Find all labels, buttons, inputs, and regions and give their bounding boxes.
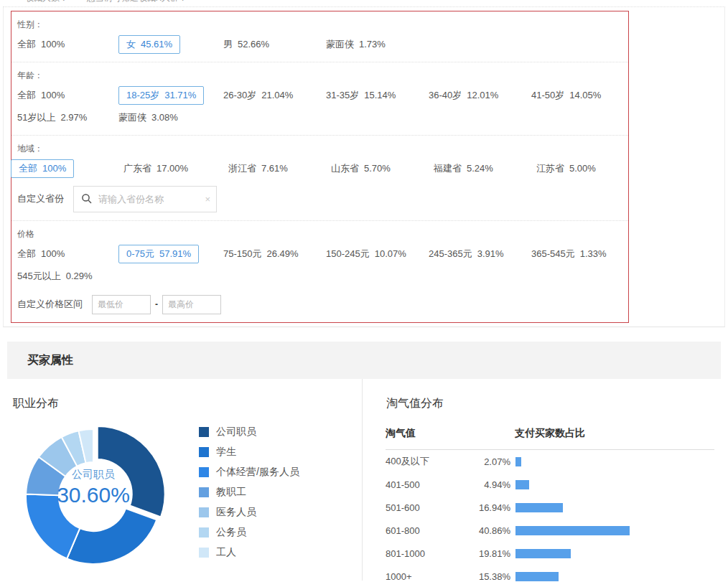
filter-option-age-51岁以上[interactable]: 51岁以上2.97% [17,112,87,123]
filter-slot: 江苏省5.00% [536,157,639,179]
taoqi-col-header-ratio: 支付买家数占比 [515,427,585,440]
legend-item-教职工[interactable]: 教职工 [199,482,299,502]
filter-option-value: 100% [41,39,65,50]
taoqi-percent-value: 15.38% [472,571,510,582]
legend-item-公务员[interactable]: 公务员 [199,522,299,543]
legend-item-个体经营/服务人员[interactable]: 个体经营/服务人员 [199,462,299,482]
filter-option-price-545元以上[interactable]: 545元以上0.29% [17,271,93,281]
custom-price-range-label: 自定义价格区间 [17,298,83,311]
taoqi-bar [515,503,563,512]
filter-option-gender-全部[interactable]: 全部100% [17,39,65,50]
filter-slot: 31-35岁15.14% [326,84,429,106]
filter-option-name: 36-40岁 [429,90,462,100]
legend-swatch [199,507,209,517]
filter-option-value: 5.70% [364,163,391,174]
collect-count-text: 收藏人数：您当前可筛选收藏X人群？ [25,0,206,4]
filter-section-price: 价格全部100%0-75元57.91%75-150元26.49%150-245元… [11,220,628,322]
donut-slice-个体经营/服务人员[interactable] [26,494,80,558]
filter-option-name: 545元以上 [17,271,61,281]
filter-option-name: 全部 [17,90,36,100]
occupation-donut-chart[interactable]: 公司职员 30.60% [10,413,177,580]
donut-slice-公司职员[interactable] [98,426,165,517]
filter-option-region-全部[interactable]: 全部100% [11,159,74,178]
filter-option-price-365-545元[interactable]: 365-545元1.33% [531,248,607,259]
filter-option-value: 100% [42,163,66,174]
legend-swatch [199,427,209,437]
selected-filters-outline: 性别：全部100%女45.61%男52.66%蒙面侠1.73%年龄：全部100%… [11,11,629,323]
legend-label: 个体经营/服务人员 [216,466,299,479]
filter-option-region-山东省[interactable]: 山东省5.70% [331,163,391,174]
legend-label: 工人 [216,546,236,559]
legend-swatch [199,527,209,538]
taoqi-range-label: 501-600 [386,502,472,513]
filter-option-age-36-40岁[interactable]: 36-40岁12.01% [429,90,498,100]
filter-option-gender-蒙面侠[interactable]: 蒙面侠1.73% [326,39,386,50]
buyer-attributes-title: 买家属性 [27,354,73,366]
filter-option-price-全部[interactable]: 全部100% [17,248,65,259]
filter-option-age-26-30岁[interactable]: 26-30岁21.04% [223,90,293,100]
filter-option-age-41-50岁[interactable]: 41-50岁14.05% [531,90,601,100]
legend-item-公司职员[interactable]: 公司职员 [199,422,299,442]
donut-slice-学生[interactable] [67,509,157,564]
legend-swatch [199,548,209,558]
occupation-chart-title: 职业分布 [13,396,362,411]
legend-item-医务人员[interactable]: 医务人员 [199,502,299,522]
filter-option-value: 2.97% [60,112,87,123]
clear-search-icon[interactable]: × [205,194,210,205]
filter-option-age-18-25岁[interactable]: 18-25岁31.71% [118,86,204,105]
filter-slot: 蒙面侠1.73% [326,33,429,55]
max-price-input[interactable] [162,295,221,314]
taoqi-row-601-800: 601-80040.86% [386,519,728,542]
filter-option-age-全部[interactable]: 全部100% [17,90,65,100]
filter-option-name: 全部 [19,163,37,174]
filter-option-region-福建省[interactable]: 福建省5.24% [434,163,493,174]
taoqi-chart-title: 淘气值分布 [386,396,728,411]
filter-option-price-150-245元[interactable]: 150-245元10.07% [326,248,406,259]
taoqi-bar [515,480,529,489]
filter-slot: 女45.61% [118,33,223,55]
filter-option-value: 0.29% [66,271,93,281]
filter-slot: 广东省17.00% [123,157,228,179]
filter-slot: 545元以上0.29% [17,265,118,287]
filter-option-price-0-75元[interactable]: 0-75元57.91% [118,245,199,263]
filter-option-age-蒙面侠[interactable]: 蒙面侠3.08% [118,112,178,123]
donut-svg[interactable] [10,413,177,580]
taoqi-row-1000+: 1000+15.38% [386,565,728,582]
custom-province-row: 自定义省份× [17,184,628,213]
filter-slot: 245-365元3.91% [429,243,531,265]
province-search-box[interactable]: × [73,186,217,212]
filter-option-value: 17.00% [157,163,188,174]
filter-option-name: 男 [223,39,233,50]
filter-option-price-75-150元[interactable]: 75-150元26.49% [223,248,299,259]
filter-option-name: 26-30岁 [223,90,256,100]
filter-option-name: 江苏省 [536,163,564,174]
filter-option-region-广东省[interactable]: 广东省17.00% [123,163,188,174]
min-price-input[interactable] [92,295,151,314]
filter-option-value: 21.04% [261,90,293,100]
filter-option-region-浙江省[interactable]: 浙江省7.61% [228,163,288,174]
filter-option-name: 18-25岁 [126,90,159,100]
filter-slot: 全部100% [17,243,118,265]
filter-option-name: 广东省 [123,163,151,174]
legend-item-工人[interactable]: 工人 [199,543,299,563]
filter-option-name: 31-35岁 [326,90,359,100]
filter-option-value: 100% [41,90,65,100]
filter-option-value: 15.14% [364,90,396,100]
province-search-input[interactable] [98,194,197,205]
taoqi-table-header: 淘气值 支付买家数占比 [386,427,714,450]
filter-slot: 0-75元57.91% [118,243,223,265]
filter-option-region-江苏省[interactable]: 江苏省5.00% [536,163,596,174]
filter-option-gender-女[interactable]: 女45.61% [118,35,180,54]
gender-options-row: 全部100%女45.61%男52.66%蒙面侠1.73% [17,32,628,55]
filter-slot: 福建省5.24% [434,157,536,179]
filter-option-age-31-35岁[interactable]: 31-35岁15.14% [326,90,396,100]
filter-option-price-245-365元[interactable]: 245-365元3.91% [429,248,504,259]
filter-option-gender-男[interactable]: 男52.66% [223,39,269,50]
taoqi-bar [515,572,559,581]
legend-item-学生[interactable]: 学生 [199,442,299,462]
filter-section-gender: 性别：全部100%女45.61%男52.66%蒙面侠1.73% [11,11,628,62]
legend-swatch [199,487,209,497]
filter-option-name: 福建省 [434,163,462,174]
filter-section-age: 年龄：全部100%18-25岁31.71%26-30岁21.04%31-35岁1… [11,62,628,135]
filter-option-name: 蒙面侠 [118,112,146,123]
